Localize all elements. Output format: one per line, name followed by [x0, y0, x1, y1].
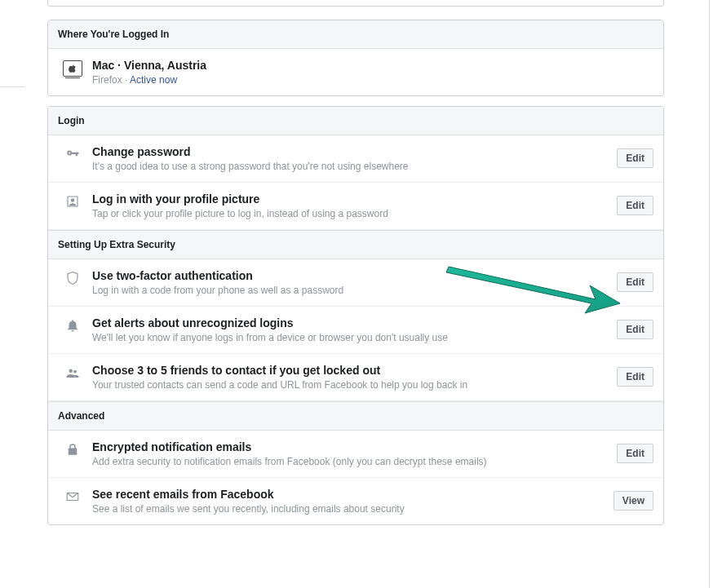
profile-picture-sub: Tap or click your profile picture to log… [92, 208, 610, 219]
section-header-extra-security: Setting Up Extra Security [48, 230, 663, 259]
edit-button-change-password[interactable]: Edit [617, 148, 653, 168]
row-profile-picture-login[interactable]: Log in with your profile picture Tap or … [48, 183, 663, 230]
edit-button-profile-picture[interactable]: Edit [617, 196, 653, 215]
session-sub: Firefox · Active now [92, 74, 653, 86]
session-status: Active now [130, 74, 177, 86]
edit-button-alerts[interactable]: Edit [617, 320, 653, 339]
session-browser: Firefox · [92, 74, 130, 86]
view-button-recent-emails[interactable]: View [613, 491, 653, 511]
svg-point-0 [71, 198, 75, 202]
recent-emails-sub: See a list of emails we sent you recentl… [92, 503, 607, 515]
encrypted-sub: Add extra security to notification email… [92, 456, 610, 467]
edit-button-two-factor[interactable]: Edit [617, 272, 653, 292]
change-password-sub: It's a good idea to use a strong passwor… [92, 161, 610, 172]
row-recent-emails[interactable]: See recent emails from Facebook See a li… [48, 478, 663, 524]
section-header-logged-in: Where You're Logged In [48, 20, 663, 49]
desktop-icon [63, 60, 82, 77]
section-header-advanced: Advanced [48, 401, 663, 431]
security-settings-panel: Where You're Logged In Mac · Vienna, Aus… [47, 0, 664, 525]
session-title: Mac · Vienna, Austria [92, 59, 653, 72]
friends-title: Choose 3 to 5 friends to contact if you … [92, 364, 610, 377]
alerts-title: Get alerts about unrecognized logins [92, 316, 610, 329]
two-factor-sub: Log in with a code from your phone as we… [92, 285, 610, 296]
row-trusted-friends[interactable]: Choose 3 to 5 friends to contact if you … [48, 354, 663, 401]
profile-picture-icon [65, 194, 80, 209]
shield-icon [65, 271, 80, 285]
card-settings: Login Change password It's a good idea t… [47, 106, 664, 525]
session-row[interactable]: Mac · Vienna, Austria Firefox · Active n… [48, 49, 663, 95]
alerts-sub: We'll let you know if anyone logs in fro… [92, 332, 610, 343]
edit-button-encrypted[interactable]: Edit [617, 444, 653, 463]
friends-sub: Your trusted contacts can send a code an… [92, 379, 610, 391]
left-sidebar-divider [0, 86, 24, 87]
row-two-factor[interactable]: Use two-factor authentication Log in wit… [48, 259, 663, 307]
svg-point-1 [69, 369, 73, 374]
row-encrypted-emails[interactable]: Encrypted notification emails Add extra … [48, 431, 663, 478]
row-change-password[interactable]: Change password It's a good idea to use … [48, 135, 663, 183]
previous-card-bottom [47, 0, 664, 7]
profile-picture-title: Log in with your profile picture [92, 192, 610, 206]
lock-icon [65, 442, 80, 457]
section-header-login: Login [48, 107, 663, 135]
edit-button-friends[interactable]: Edit [617, 367, 653, 387]
envelope-icon [65, 489, 80, 504]
encrypted-title: Encrypted notification emails [92, 440, 610, 453]
bell-icon [65, 318, 80, 333]
key-icon [65, 147, 80, 161]
card-logged-in: Where You're Logged In Mac · Vienna, Aus… [47, 20, 664, 96]
svg-point-2 [73, 370, 77, 374]
two-factor-title: Use two-factor authentication [92, 269, 610, 282]
change-password-title: Change password [92, 145, 610, 158]
row-alerts[interactable]: Get alerts about unrecognized logins We'… [48, 307, 663, 354]
recent-emails-title: See recent emails from Facebook [92, 488, 607, 501]
friends-icon [65, 365, 80, 380]
